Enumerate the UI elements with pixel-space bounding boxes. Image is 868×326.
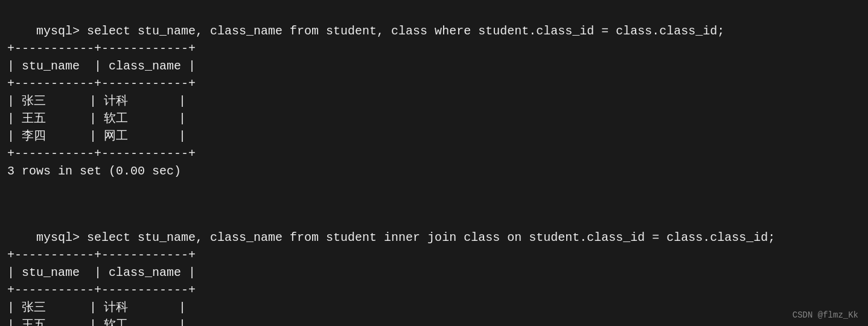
watermark: CSDN @flmz_Kk [793, 310, 858, 320]
row2-2: | 王五 | 软工 | [7, 318, 186, 326]
row1-1: | 张三 | 计科 | [7, 94, 186, 108]
separator1-1: +-----------+------------+ [7, 42, 196, 56]
command-1: mysql> select stu_name, class_name from … [36, 24, 724, 38]
separator2-2: +-----------+------------+ [7, 283, 196, 297]
row2-1: | 王五 | 软工 | [7, 112, 186, 126]
row1-2: | 张三 | 计科 | [7, 301, 186, 315]
terminal-container: mysql> select stu_name, class_name from … [7, 5, 861, 326]
row3-1: | 李四 | 网工 | [7, 129, 186, 143]
result-1: 3 rows in set (0.00 sec) [7, 164, 181, 178]
command-2: mysql> select stu_name, class_name from … [36, 231, 775, 245]
separator2-1: +-----------+------------+ [7, 77, 196, 91]
query-block-2: mysql> select stu_name, class_name from … [7, 211, 861, 326]
separator1-2: +-----------+------------+ [7, 248, 196, 262]
separator3-1: +-----------+------------+ [7, 147, 196, 161]
query-block-1: mysql> select stu_name, class_name from … [7, 5, 861, 197]
header-2: | stu_name | class_name | [7, 266, 196, 280]
header-1: | stu_name | class_name | [7, 59, 196, 73]
